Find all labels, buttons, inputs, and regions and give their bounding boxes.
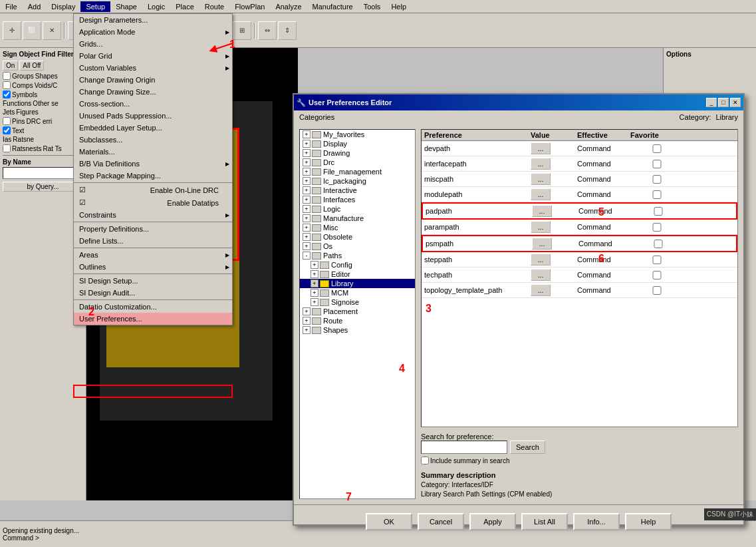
menu-outlines[interactable]: Outlines (74, 261, 232, 273)
tree-config[interactable]: + Config (300, 260, 415, 270)
pref-favorite-miscpath[interactable] (630, 175, 684, 184)
menu-subclasses[interactable]: Subclasses... (74, 134, 232, 146)
menu-cross-section[interactable]: Cross-section... (74, 98, 232, 110)
info-button[interactable]: Info... (573, 513, 620, 530)
expander-drawing[interactable]: + (303, 149, 311, 157)
tree-my-favorites[interactable]: + My_favorites (300, 130, 415, 139)
help-button[interactable]: Help (625, 513, 672, 530)
dialog-close-btn[interactable]: ✕ (730, 98, 741, 107)
tree-misc[interactable]: + Misc (300, 223, 415, 232)
expander-library[interactable]: + (311, 279, 318, 287)
menu-embedded-layer[interactable]: Embedded Layer Setup... (74, 122, 232, 134)
menu-setup[interactable]: Setup (80, 1, 110, 12)
menu-tools[interactable]: Tools (358, 1, 386, 12)
pref-value-miscpath[interactable]: ... (531, 173, 551, 185)
dialog-minimize-btn[interactable]: _ (706, 98, 717, 107)
menu-place[interactable]: Place (170, 1, 199, 12)
expander-editor[interactable]: + (311, 270, 318, 278)
expander-obsolete[interactable]: + (303, 233, 311, 241)
pref-value-modulepath[interactable]: ... (531, 188, 551, 200)
pref-favorite-steppath[interactable] (630, 256, 684, 264)
toolbar-btn-14[interactable]: ⇕ (278, 21, 297, 40)
pref-value-devpath[interactable]: ... (531, 142, 551, 154)
pref-favorite-parampath[interactable] (630, 223, 684, 232)
tree-ic-packaging[interactable]: + Ic_packaging (300, 176, 415, 186)
menu-user-preferences[interactable]: User Preferences... (74, 313, 232, 325)
pref-favorite-topology[interactable] (630, 286, 684, 295)
tree-os[interactable]: + Os (300, 242, 415, 251)
tree-signoise[interactable]: + Signoise (300, 297, 415, 307)
tree-drc[interactable]: + Drc (300, 158, 415, 167)
pref-value-steppath[interactable]: ... (531, 254, 551, 266)
menu-materials[interactable]: Materials... (74, 146, 232, 158)
menu-manufacture[interactable]: Manufacture (307, 1, 358, 12)
menu-datatio-customization[interactable]: Datatio Customization... (74, 301, 232, 313)
pref-favorite-padpath[interactable] (632, 207, 685, 216)
menu-shape[interactable]: Shape (110, 1, 142, 12)
expander-signoise[interactable]: + (311, 298, 318, 306)
menu-step-package[interactable]: Step Package Mapping... (74, 170, 232, 182)
expander-route[interactable]: + (303, 317, 311, 325)
comps-check-input[interactable] (3, 81, 11, 89)
ok-button[interactable]: OK (366, 513, 412, 530)
expander-os[interactable]: + (303, 242, 311, 250)
expander-manufacture[interactable]: + (303, 214, 311, 222)
menu-bb-via[interactable]: B/B Via Definitions (74, 158, 232, 170)
pref-favorite-interfacepath[interactable] (630, 160, 684, 168)
menu-change-drawing-size[interactable]: Change Drawing Size... (74, 86, 232, 98)
menu-analyze[interactable]: Analyze (270, 1, 307, 12)
expander-shapes[interactable]: + (303, 326, 311, 334)
text-check-input[interactable] (3, 126, 11, 134)
menu-custom-variables[interactable]: Custom Variables (74, 62, 232, 74)
expander-interfaces[interactable]: + (303, 196, 311, 204)
tree-paths[interactable]: - Paths (300, 251, 415, 260)
expander-misc[interactable]: + (303, 224, 311, 232)
categories-tree[interactable]: + My_favorites + Display + Drawing + Drc… (299, 129, 416, 499)
dialog-maximize-btn[interactable]: □ (718, 98, 729, 107)
expander-file-management[interactable]: + (303, 168, 311, 176)
expander-config[interactable]: + (311, 261, 318, 269)
tree-manufacture[interactable]: + Manufacture (300, 214, 415, 223)
expander-paths[interactable]: - (303, 252, 311, 260)
ratsnests-check-input[interactable] (3, 144, 11, 152)
expander-display[interactable]: + (303, 140, 311, 148)
expander-logic[interactable]: + (303, 205, 311, 213)
filter-all-off-btn[interactable]: All Off (19, 61, 44, 71)
include-summary-input[interactable] (421, 456, 429, 464)
menu-route[interactable]: Route (199, 1, 229, 12)
toolbar-btn-12[interactable]: ⊞ (233, 21, 251, 40)
cancel-button[interactable]: Cancel (418, 513, 464, 530)
filter-on-btn[interactable]: On (3, 61, 18, 71)
menu-unused-pads[interactable]: Unused Pads Suppression... (74, 110, 232, 122)
tree-drawing[interactable]: + Drawing (300, 148, 415, 158)
expander-interactive[interactable]: + (303, 186, 311, 194)
by-name-input[interactable] (3, 167, 83, 179)
menu-flowplan[interactable]: FlowPlan (229, 1, 270, 12)
menu-enable-datatips[interactable]: ☑ Enable Datatips (74, 196, 232, 209)
pins-check-input[interactable] (3, 117, 11, 125)
symbols-check-input[interactable] (3, 91, 11, 98)
groups-check-input[interactable] (3, 72, 11, 80)
pref-value-interfacepath[interactable]: ... (531, 158, 551, 170)
expander-ic-packaging[interactable]: + (303, 177, 311, 185)
expander-my-favorites[interactable]: + (303, 130, 311, 138)
menu-display[interactable]: Display (46, 1, 80, 12)
apply-button[interactable]: Apply (469, 513, 516, 530)
menu-logic[interactable]: Logic (142, 1, 170, 12)
menu-application-mode[interactable]: Application Mode (74, 26, 232, 38)
toolbar-btn-1[interactable]: ✛ (3, 21, 21, 40)
menu-constraints[interactable]: Constraints (74, 209, 232, 221)
menu-property-definitions[interactable]: Property Definitions... (74, 223, 232, 235)
menu-define-lists[interactable]: Define Lists... (74, 235, 232, 247)
pref-value-techpath[interactable]: ... (531, 269, 551, 281)
menu-file[interactable]: File (0, 1, 23, 12)
pref-favorite-psmpath[interactable] (632, 240, 685, 248)
tree-interfaces[interactable]: + Interfaces (300, 195, 415, 204)
tree-mcm[interactable]: + MCM (300, 288, 415, 297)
pref-value-padpath[interactable]: ... (532, 205, 552, 217)
search-button[interactable]: Search (510, 441, 545, 454)
tree-editor[interactable]: + Editor (300, 270, 415, 279)
menu-grids[interactable]: Grids... (74, 38, 232, 50)
expander-placement[interactable]: + (303, 307, 311, 315)
list-all-button[interactable]: List All (521, 513, 568, 530)
